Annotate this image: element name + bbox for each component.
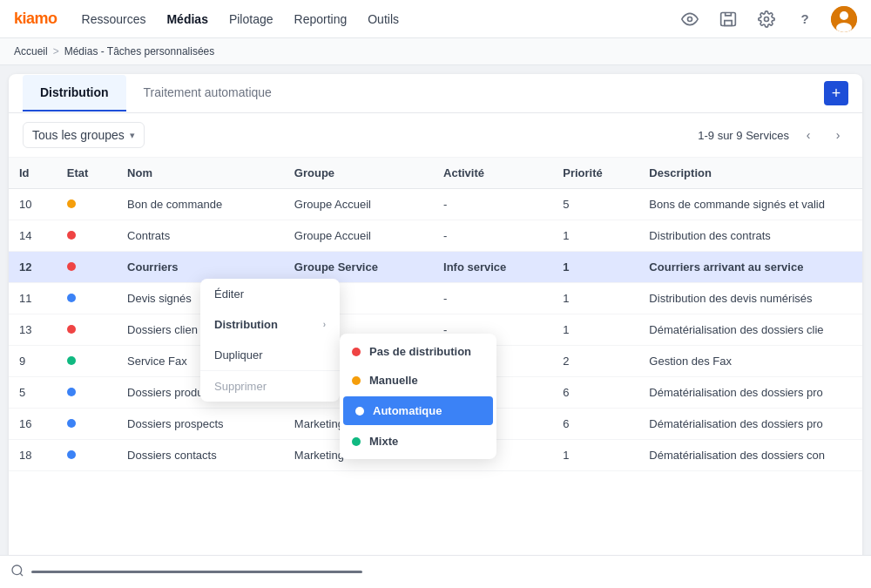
nav-item-ressources[interactable]: Ressources — [82, 9, 146, 30]
table-row[interactable]: 10Bon de commandeGroupe Accueil-5Bons de… — [9, 189, 862, 220]
cell-nom: Dossiers prospects — [117, 409, 284, 440]
cell-etat — [57, 440, 117, 471]
cell-description: Dématérialisation des dossiers pro — [638, 377, 862, 409]
cell-id: 18 — [9, 440, 57, 471]
cell-etat — [57, 377, 117, 409]
table-row[interactable]: 11Devis signés--1Distribution des devis … — [9, 283, 862, 314]
gear-icon[interactable] — [754, 7, 779, 31]
submenu-label-mixte: Mixte — [369, 435, 398, 448]
cell-description: Bons de commande signés et valid — [638, 189, 862, 220]
nav-item-outils[interactable]: Outils — [368, 9, 399, 30]
cell-nom: Contrats — [117, 220, 284, 252]
submenu-item-manuelle[interactable]: Manuelle — [340, 366, 496, 395]
cell-activite: - — [433, 220, 552, 252]
cell-id: 11 — [9, 283, 57, 314]
tab-distribution[interactable]: Distribution — [23, 75, 126, 112]
cell-id: 5 — [9, 377, 57, 409]
nav-item-reporting[interactable]: Reporting — [294, 9, 348, 30]
tabs-bar: Distribution Traitement automatique + — [9, 74, 862, 113]
breadcrumb: Accueil > Médias - Tâches personnalisées — [0, 38, 871, 65]
cell-etat — [57, 283, 117, 314]
submenu-item-mixte[interactable]: Mixte — [340, 427, 496, 456]
bottom-search-bar — [0, 555, 871, 588]
breadcrumb-home[interactable]: Accueil — [14, 45, 48, 57]
cell-priorite: 6 — [552, 409, 638, 440]
submenu-dot-pas — [352, 348, 361, 356]
cell-id: 9 — [9, 346, 57, 377]
status-dot — [67, 325, 76, 334]
cell-etat — [57, 220, 117, 252]
cell-description: Dématérialisation des dossiers con — [638, 440, 862, 471]
context-menu-item-editer[interactable]: Éditer — [200, 279, 340, 309]
table-row[interactable]: 12CourriersGroupe ServiceInfo service1Co… — [9, 252, 862, 283]
cell-description: Gestion des Fax — [638, 346, 862, 377]
cell-description: Distribution des contrats — [638, 220, 862, 252]
cell-etat — [57, 252, 117, 283]
svg-point-0 — [688, 17, 692, 21]
cell-nom: Dossiers contacts — [117, 440, 284, 471]
cell-id: 14 — [9, 220, 57, 252]
cell-description: Courriers arrivant au service — [638, 252, 862, 283]
tab-traitement-automatique[interactable]: Traitement automatique — [126, 75, 289, 112]
cell-priorite: 1 — [552, 252, 638, 283]
cell-priorite: 1 — [552, 314, 638, 346]
eye-icon[interactable] — [678, 7, 702, 31]
submenu-label-manuelle: Manuelle — [369, 374, 418, 387]
cell-groupe: Groupe Accueil — [284, 220, 433, 252]
submenu-label-automatique: Automatique — [373, 404, 442, 417]
context-menu-item-dupliquer[interactable]: Dupliquer — [200, 340, 340, 370]
status-dot — [67, 294, 76, 302]
cell-etat — [57, 189, 117, 220]
nav-item-pilotage[interactable]: Pilotage — [229, 9, 273, 30]
cell-nom: Bon de commande — [117, 189, 284, 220]
cell-description: Dématérialisation des dossiers clie — [638, 314, 862, 346]
pagination-next[interactable]: › — [827, 125, 848, 145]
group-select[interactable]: Tous les groupes ▾ — [23, 122, 145, 148]
context-menu-label-supprimer: Supprimer — [214, 380, 267, 393]
cell-id: 16 — [9, 409, 57, 440]
submenu-item-automatique[interactable]: Automatique — [343, 396, 493, 425]
search-icon — [10, 564, 24, 580]
status-dot — [67, 231, 76, 240]
add-tab-button[interactable]: + — [824, 81, 848, 105]
col-header-activite: Activité — [433, 158, 552, 189]
context-menu-item-distribution[interactable]: Distribution › Pas de distribution Manue… — [200, 309, 340, 340]
avatar[interactable] — [831, 6, 857, 32]
cell-priorite: 1 — [552, 440, 638, 471]
breadcrumb-separator: > — [53, 45, 59, 57]
chevron-down-icon: ▾ — [130, 130, 135, 141]
cell-id: 13 — [9, 314, 57, 346]
status-dot — [67, 450, 76, 459]
main-content: Distribution Traitement automatique + To… — [9, 74, 862, 578]
svg-point-6 — [12, 565, 22, 575]
chevron-right-icon: › — [323, 320, 326, 329]
cell-description: Distribution des devis numérisés — [638, 283, 862, 314]
table-header-row: Id Etat Nom Groupe Activité Priorité Des… — [9, 158, 862, 189]
cell-priorite: 1 — [552, 283, 638, 314]
table-row[interactable]: 14ContratsGroupe Accueil-1Distribution d… — [9, 220, 862, 252]
col-header-etat: Etat — [57, 158, 117, 189]
context-menu: Éditer Distribution › Pas de distributio… — [200, 279, 340, 402]
svg-point-4 — [840, 11, 848, 20]
cell-id: 12 — [9, 252, 57, 283]
context-menu-label-distribution: Distribution — [214, 318, 278, 331]
submenu-item-pas-distribution[interactable]: Pas de distribution — [340, 337, 496, 366]
breadcrumb-current: Médias - Tâches personnalisées — [64, 45, 215, 57]
pagination-prev[interactable]: ‹ — [798, 125, 819, 145]
svg-point-2 — [765, 17, 769, 21]
save-icon[interactable] — [716, 7, 740, 31]
col-header-groupe: Groupe — [284, 158, 433, 189]
cell-priorite: 5 — [552, 189, 638, 220]
submenu: Pas de distribution Manuelle Automatique… — [340, 334, 496, 459]
col-header-priorite: Priorité — [552, 158, 638, 189]
context-menu-item-supprimer[interactable]: Supprimer — [200, 371, 340, 402]
tabs-left: Distribution Traitement automatique — [23, 75, 289, 112]
status-dot — [67, 388, 76, 396]
status-dot — [67, 419, 76, 428]
submenu-dot-mixte — [352, 437, 361, 446]
cell-priorite: 2 — [552, 346, 638, 377]
nav-item-medias[interactable]: Médias — [166, 9, 207, 30]
help-icon[interactable]: ? — [793, 7, 817, 31]
logo[interactable]: kiamo — [14, 10, 57, 28]
cell-activite: - — [433, 189, 552, 220]
